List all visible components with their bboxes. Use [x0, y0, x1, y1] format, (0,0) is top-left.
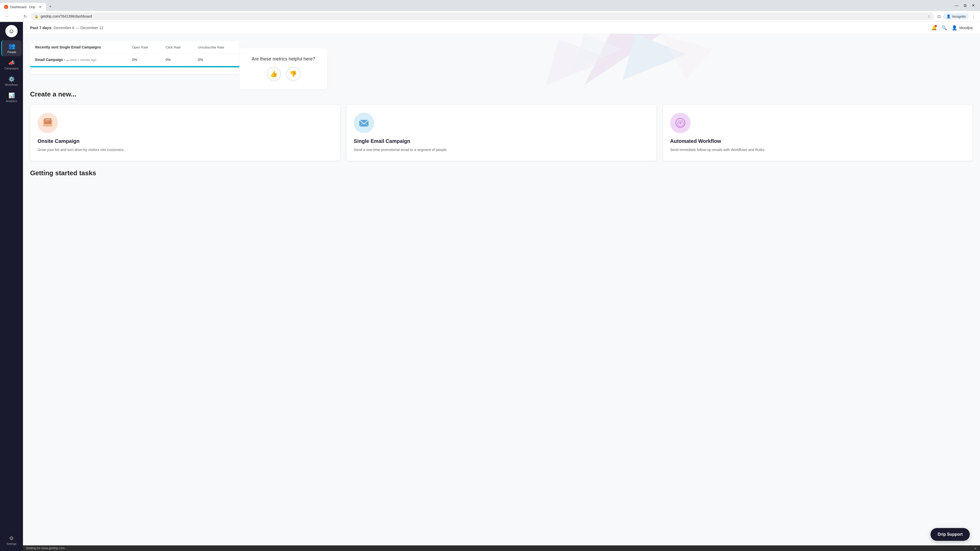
window-controls: — ⧉ ✕ [950, 0, 980, 11]
workflow-card-desc: Send immediate follow-up emails with Wor… [670, 147, 966, 152]
open-rate-cell: 0% [127, 54, 160, 66]
sidebar-item-settings[interactable]: ⚙ Settings [1, 533, 22, 548]
sidebar-item-campaigns[interactable]: 📣 Campaigns [1, 57, 22, 73]
svg-point-14 [679, 122, 681, 124]
workflows-icon: ⚙️ [8, 76, 15, 82]
sidebar-label-settings: Settings [6, 542, 17, 545]
tab-close-btn[interactable]: ✕ [39, 5, 42, 9]
browser-toolbar: ⊡ 👤 Incognito ⋮ [937, 13, 976, 19]
user-avatar-icon: 👤 [952, 25, 957, 30]
lock-icon: 🔒 [35, 14, 38, 18]
sidebar-item-people[interactable]: 👥 People [1, 40, 22, 56]
col-click-rate: Click Rate [161, 41, 193, 54]
onsite-campaign-card[interactable]: Onsite Campaign Grow your list and turn … [30, 104, 340, 161]
status-bar: Waiting for www.getdrip.com... ▶ [23, 545, 980, 551]
analytics-icon: 📊 [8, 92, 15, 98]
campaign-name: Email Campaign - ... [35, 58, 69, 62]
email-card-desc: Send a one-time promotional email to a s… [354, 147, 649, 152]
col-unsubscribe-rate: Unsubscribe Rate [192, 41, 239, 54]
email-card-icon [354, 113, 374, 133]
search-btn[interactable]: 🔍 [942, 25, 947, 30]
forward-btn[interactable]: → [13, 13, 19, 20]
click-rate-cell: 0% [161, 54, 193, 66]
top-header: Past 7 days: December 6 — December 12 🔔 … [23, 22, 980, 34]
workflow-card-icon [670, 113, 690, 133]
sidebar-label-analytics: Analytics [6, 100, 17, 103]
table-row[interactable]: Email Campaign - ... sent 1 minute ago 0… [30, 54, 239, 66]
user-profile[interactable]: 👤 Moodjoy [952, 25, 973, 30]
back-btn[interactable]: ← [4, 13, 10, 20]
single-email-card[interactable]: Single Email Campaign Send a one-time pr… [346, 104, 656, 161]
settings-icon: ⚙ [9, 535, 14, 541]
date-prefix: Past 7 days: [30, 25, 52, 30]
cast-icon: ⊡ [937, 14, 941, 19]
create-section-title: Create a new... [30, 90, 973, 98]
campaigns-panel: Recently sent Single Email Campaigns Ope… [30, 41, 239, 74]
thumbs-up-btn[interactable]: 👍 [267, 67, 281, 81]
browser-chrome: D Dashboard · Drip ✕ + — ⧉ ✕ ← → ↻ 🔒 get… [0, 0, 980, 22]
sidebar-item-analytics[interactable]: 📊 Analytics [1, 90, 22, 105]
campaigns-icon: 📣 [8, 60, 15, 66]
scroll-indicator: ▶ [975, 546, 977, 550]
feedback-panel: Are these metrics helpful here? 👍 👎 [239, 48, 328, 89]
campaigns-table: Recently sent Single Email Campaigns Ope… [30, 41, 239, 66]
url-bar[interactable]: 🔒 getdrip.com/7641396/dashboard ☆ [31, 13, 934, 20]
workflow-card[interactable]: Automated Workflow Send immediate follow… [663, 104, 973, 161]
incognito-btn[interactable]: 👤 Incognito [943, 13, 969, 19]
new-tab-btn[interactable]: + [46, 3, 55, 11]
sidebar-label-people: People [7, 51, 16, 54]
people-icon: 👥 [8, 43, 15, 49]
reload-btn[interactable]: ↻ [22, 13, 28, 20]
dashboard-body: Recently sent Single Email Campaigns Ope… [23, 34, 980, 545]
url-text: getdrip.com/7641396/dashboard [41, 14, 925, 18]
create-cards-grid: Onsite Campaign Grow your list and turn … [30, 104, 973, 161]
sidebar-item-workflows[interactable]: ⚙️ Workflows [1, 73, 22, 89]
col-open-rate: Open Rate [127, 41, 160, 54]
app-container: ☺ 👥 People 📣 Campaigns ⚙️ Workflows 📊 An… [0, 22, 980, 551]
thumbs-up-icon: 👍 [270, 70, 278, 78]
sidebar-label-workflows: Workflows [5, 83, 18, 86]
tab-favicon: D [4, 5, 8, 9]
feedback-question: Are these metrics helpful here? [251, 56, 315, 62]
drip-support-label: Drip Support [938, 532, 963, 537]
browser-menu-btn[interactable]: ⋮ [971, 14, 976, 19]
close-btn[interactable]: ✕ [970, 2, 976, 9]
status-message: Waiting for www.getdrip.com... [26, 546, 67, 550]
notifications-btn[interactable]: 🔔 [931, 25, 937, 30]
logo-icon: ☺ [8, 27, 15, 35]
campaign-name-cell: Email Campaign - ... sent 1 minute ago [30, 54, 127, 66]
browser-tab[interactable]: D Dashboard · Drip ✕ [0, 3, 46, 11]
drip-support-btn[interactable]: Drip Support [931, 528, 970, 541]
email-card-title: Single Email Campaign [354, 138, 649, 144]
unsubscribe-rate-cell: 0% [192, 54, 239, 66]
thumbs-down-btn[interactable]: 👎 [286, 67, 301, 81]
onsite-card-icon [38, 113, 58, 133]
main-content: Past 7 days: December 6 — December 12 🔔 … [23, 22, 980, 551]
incognito-icon: 👤 [946, 14, 951, 18]
search-icon: 🔍 [942, 25, 947, 30]
workflow-card-title: Automated Workflow [670, 138, 966, 144]
restore-btn[interactable]: ⧉ [963, 2, 967, 9]
campaign-time: sent 1 minute ago [70, 58, 97, 62]
getting-started-title: Getting started tasks [30, 169, 973, 177]
date-range-display: Past 7 days: December 6 — December 12 [30, 25, 103, 30]
sidebar-label-campaigns: Campaigns [4, 67, 19, 70]
header-right: 🔔 🔍 👤 Moodjoy [931, 25, 973, 30]
tab-title: Dashboard · Drip [10, 5, 35, 9]
feedback-buttons: 👍 👎 [267, 67, 301, 81]
user-name: Moodjoy [959, 26, 973, 30]
sidebar: ☺ 👥 People 📣 Campaigns ⚙️ Workflows 📊 An… [0, 22, 23, 551]
create-section: Create a new... Onsite Campaign [30, 90, 973, 161]
date-range-value: December 6 — December 12 [54, 25, 103, 30]
bookmark-icon[interactable]: ☆ [928, 14, 931, 19]
minimize-btn[interactable]: — [953, 2, 959, 9]
panel-accent-bar [30, 66, 239, 67]
onsite-card-title: Onsite Campaign [38, 138, 333, 144]
getting-started-section: Getting started tasks [30, 169, 973, 177]
svg-rect-7 [45, 119, 50, 120]
onsite-card-desc: Grow your list and turn drive-by visitor… [38, 147, 333, 152]
svg-rect-8 [45, 121, 49, 121]
incognito-label: Incognito [952, 14, 966, 18]
app-logo[interactable]: ☺ [5, 25, 18, 37]
col-campaign-name: Recently sent Single Email Campaigns [30, 41, 127, 54]
